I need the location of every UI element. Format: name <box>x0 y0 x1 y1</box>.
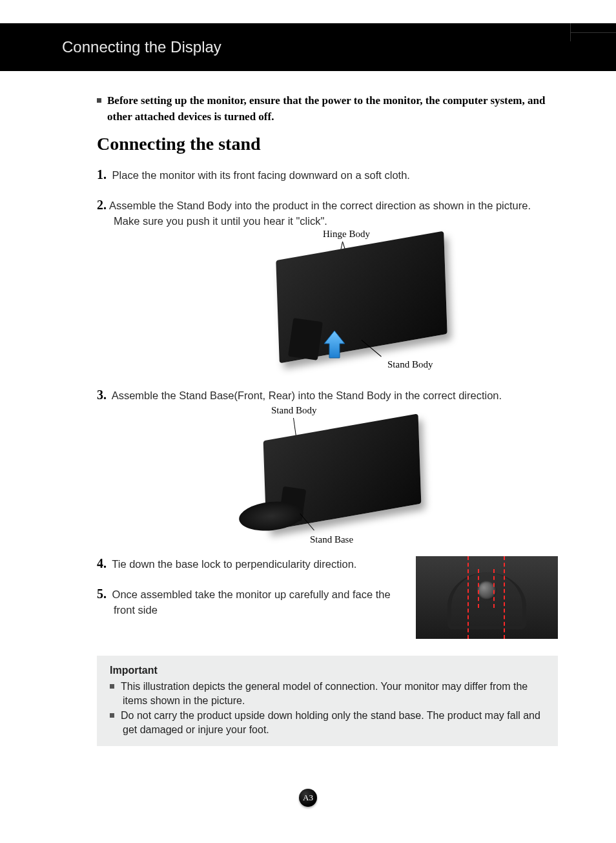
callout-label: Stand Base <box>310 534 353 545</box>
manual-page: Connecting the Display Before setting up… <box>0 23 616 843</box>
callout-stand-base: Stand Base <box>310 534 353 545</box>
callout-stand-body: Stand Body <box>387 359 433 370</box>
figure-2: Stand Body Stand Base <box>187 408 420 543</box>
callout-label: Hinge Body <box>323 229 370 239</box>
callout-label: Stand Body <box>271 405 316 415</box>
page-number: A3 <box>303 793 313 803</box>
callout-label: Stand Body <box>387 359 433 369</box>
page-number-badge: A3 <box>299 789 317 807</box>
callout-hinge-body: Hinge Body <box>323 229 370 240</box>
stand-body-illustration <box>288 318 323 360</box>
callout-stand-body: Stand Body <box>271 405 316 416</box>
figure-1: Hinge Body Stand Body <box>226 233 458 375</box>
base-lock-photo <box>416 556 558 639</box>
